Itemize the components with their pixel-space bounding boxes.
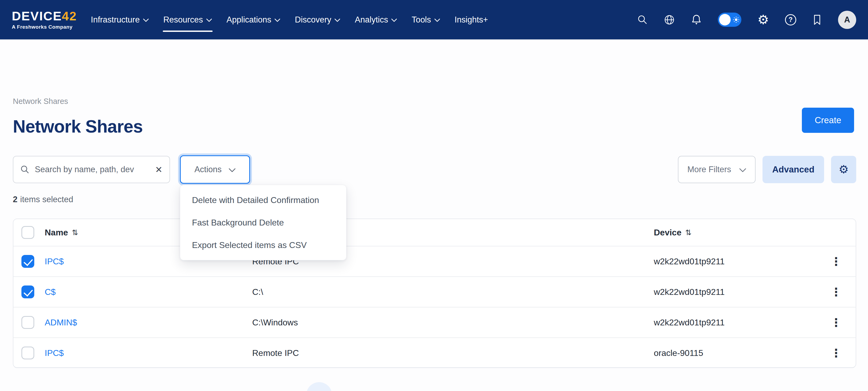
actions-label: Actions — [194, 165, 222, 174]
share-path: Remote IPC — [252, 348, 299, 358]
advanced-button[interactable]: Advanced — [763, 156, 824, 183]
help-icon: ? — [785, 14, 796, 25]
globe-icon — [664, 14, 675, 25]
share-name-link[interactable]: IPC$ — [45, 348, 64, 358]
page-button-2[interactable]: 2 — [336, 382, 362, 391]
page-title: Network Shares — [13, 116, 143, 137]
share-path: C:\Windows — [252, 318, 298, 328]
main-menu: Infrastructure Resources Applications Di… — [91, 14, 488, 26]
chevron-down-icon — [391, 19, 397, 22]
nav-item-analytics[interactable]: Analytics — [355, 14, 397, 26]
logo-tagline: A Freshworks Company — [12, 24, 77, 30]
search-icon — [638, 15, 648, 25]
create-button[interactable]: Create — [802, 108, 854, 133]
chevron-down-icon — [334, 19, 340, 22]
network-shares-table: Name ⇅ Device ⇅ IPC$ Remote IPC w2k22wd0… — [13, 218, 856, 368]
share-device: w2k22wd01tp9211 — [654, 318, 725, 328]
nav-item-insights-plus[interactable]: Insights+ — [455, 14, 488, 26]
page-button-4[interactable]: 4 — [395, 382, 420, 391]
chevron-down-icon — [739, 168, 746, 172]
selected-count: 2 — [13, 195, 18, 204]
row-checkbox[interactable] — [22, 347, 34, 359]
table-header-row: Name ⇅ Device ⇅ — [13, 219, 856, 246]
bookmarks-button[interactable] — [812, 14, 822, 25]
chevron-down-icon — [206, 19, 212, 22]
last-page-button[interactable]: » — [483, 382, 509, 391]
avatar-initial: A — [844, 15, 850, 25]
menu-item-export-csv[interactable]: Export Selected items as CSV — [180, 234, 346, 256]
prev-page-button[interactable]: ‹ — [277, 382, 303, 391]
row-checkbox[interactable] — [22, 316, 34, 329]
page-button-5[interactable]: 5 — [424, 382, 450, 391]
selection-info: 2items selected — [13, 195, 73, 204]
page-button-1[interactable]: 1 — [306, 382, 332, 391]
row-checkbox[interactable] — [22, 255, 34, 268]
more-filters-label: More Filters — [687, 165, 731, 174]
settings-button[interactable]: ⚙ — [757, 13, 769, 26]
share-name-link[interactable]: ADMIN$ — [45, 318, 77, 328]
filter-controls: More Filters Advanced ⚙ — [678, 156, 856, 183]
nav-item-tools[interactable]: Tools — [411, 14, 440, 26]
sort-icon: ⇅ — [685, 228, 691, 237]
gear-icon: ⚙ — [839, 164, 849, 175]
menu-item-fast-delete[interactable]: Fast Background Delete — [180, 211, 346, 234]
nav-item-infrastructure[interactable]: Infrastructure — [91, 14, 149, 26]
column-header-name[interactable]: Name ⇅ — [45, 228, 78, 238]
sort-icon: ⇅ — [72, 228, 78, 237]
column-header-device[interactable]: Device ⇅ — [654, 228, 691, 238]
share-name-link[interactable]: IPC$ — [45, 257, 64, 267]
share-device: oracle-90115 — [654, 348, 703, 358]
row-menu-icon[interactable]: ⋮ — [827, 347, 845, 360]
nav-item-discovery[interactable]: Discovery — [295, 14, 340, 26]
select-all-checkbox[interactable] — [22, 226, 34, 239]
table-row: ADMIN$ C:\Windows w2k22wd01tp9211 ⋮ — [13, 307, 856, 337]
row-menu-icon[interactable]: ⋮ — [827, 255, 845, 268]
table-row: IPC$ Remote IPC w2k22wd01tp9211 ⋮ — [13, 246, 856, 276]
device42-logo[interactable]: DEVICE42 A Freshworks Company — [12, 9, 77, 30]
content-area: Network Shares Network Shares Create ✕ A… — [0, 40, 868, 391]
search-input[interactable] — [35, 165, 150, 174]
gear-icon: ⚙ — [757, 13, 769, 26]
row-menu-icon[interactable]: ⋮ — [827, 285, 845, 299]
share-device: w2k22wd01tp9211 — [654, 257, 725, 267]
actions-dropdown-button[interactable]: Actions — [180, 155, 250, 184]
search-icon — [20, 165, 29, 174]
share-path: C:\ — [252, 287, 263, 297]
table-settings-button[interactable]: ⚙ — [831, 156, 856, 183]
global-search-button[interactable] — [638, 15, 648, 25]
next-page-button[interactable]: › — [454, 382, 479, 391]
row-menu-icon[interactable]: ⋮ — [827, 316, 845, 329]
chevron-down-icon — [434, 19, 440, 22]
share-name-link[interactable]: C$ — [45, 287, 56, 297]
sun-icon — [733, 16, 740, 23]
page-button-3[interactable]: 3 — [365, 382, 391, 391]
help-button[interactable]: ? — [785, 14, 796, 25]
notifications-button[interactable] — [691, 14, 702, 26]
network-shares-page: DEVICE42 A Freshworks Company Infrastruc… — [0, 0, 868, 391]
bell-icon — [691, 14, 702, 26]
bookmark-icon — [812, 14, 822, 25]
actions-menu: Delete with Detailed Confirmation Fast B… — [180, 185, 346, 260]
theme-toggle[interactable] — [718, 12, 741, 27]
chevron-down-icon — [229, 168, 236, 172]
selected-label: items selected — [20, 195, 73, 204]
pagination: « ‹ 1 2 3 4 5 › » — [247, 382, 509, 391]
share-device: w2k22wd01tp9211 — [654, 287, 725, 297]
row-checkbox[interactable] — [22, 285, 34, 298]
toggle-knob — [719, 14, 731, 25]
chevron-down-icon — [143, 19, 149, 22]
table-row: IPC$ Remote IPC oracle-90115 ⋮ — [13, 337, 856, 368]
logo-wordmark: DEVICE42 — [12, 9, 77, 23]
avatar[interactable]: A — [838, 11, 856, 29]
nav-item-applications[interactable]: Applications — [226, 14, 280, 26]
breadcrumb[interactable]: Network Shares — [13, 97, 68, 106]
language-button[interactable] — [664, 14, 675, 25]
nav-item-resources[interactable]: Resources — [163, 14, 212, 26]
menu-item-delete-detailed[interactable]: Delete with Detailed Confirmation — [180, 189, 346, 211]
top-nav: DEVICE42 A Freshworks Company Infrastruc… — [0, 0, 868, 40]
more-filters-dropdown[interactable]: More Filters — [678, 156, 755, 183]
search-box: ✕ — [13, 156, 170, 183]
first-page-button[interactable]: « — [247, 382, 273, 391]
clear-search-icon[interactable]: ✕ — [155, 165, 162, 174]
table-row: C$ C:\ w2k22wd01tp9211 ⋮ — [13, 276, 856, 307]
